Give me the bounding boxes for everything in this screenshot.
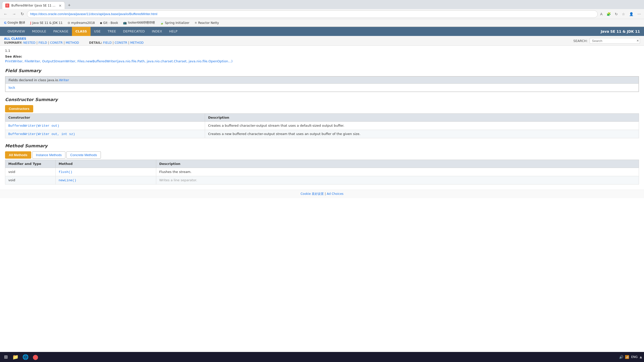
see-also-label: See Also: — [5, 55, 639, 58]
see-also-outputstreamwriter[interactable]: OutputStreamWriter — [42, 59, 75, 63]
see-also-printwriter[interactable]: PrintWriter — [5, 59, 23, 63]
nav-help[interactable]: HELP — [166, 27, 181, 36]
writer-link[interactable]: Writer — [59, 78, 69, 82]
method-row-newline-description: Writes a line separator. — [156, 176, 639, 185]
volume-icon[interactable]: 🔊 — [619, 355, 623, 356]
method-desc-col-header: Description — [156, 160, 639, 168]
method-row-flush: void flush() Flushes the stream. — [5, 168, 639, 176]
method-summary-heading: Method Summary — [5, 143, 639, 148]
more-options-icon[interactable]: ⋯ — [636, 11, 642, 17]
detail-method[interactable]: METHOD — [130, 41, 144, 44]
browser-icons: A 🧩 ↻ ☆ 👤 ⋯ — [599, 11, 642, 17]
all-methods-tab[interactable]: All Methods — [5, 151, 31, 159]
network-icon[interactable]: 📶 — [625, 355, 629, 356]
summary-constr[interactable]: CONSTR — [50, 41, 63, 44]
constructor-table-header: Constructor Description — [5, 114, 639, 122]
active-tab[interactable]: E BufferedWriter (Java SE 11 & JD... × — [2, 2, 65, 9]
favorites-icon[interactable]: ☆ — [621, 11, 626, 17]
main-content: 1.1 See Also: PrintWriter, FileWriter, O… — [0, 46, 644, 190]
taskbar-notification[interactable]: ▲ — [640, 355, 642, 356]
concrete-methods-tab[interactable]: Concrete Methods — [66, 151, 101, 159]
see-also-links: PrintWriter, FileWriter, OutputStreamWri… — [5, 59, 639, 63]
profile-icon[interactable]: 👤 — [628, 11, 634, 17]
instance-methods-tab[interactable]: Instance Methods — [32, 151, 66, 159]
detail-field[interactable]: FIELD — [103, 41, 112, 44]
newline-method-link[interactable]: newLine() — [59, 178, 76, 182]
bookmark-looker666[interactable]: 📺 looker666哔哩哔哩 — [121, 20, 157, 25]
content-area: 1.1 See Also: PrintWriter, FileWriter, O… — [0, 46, 644, 356]
java-nav-left: OVERVIEW MODULE PACKAGE CLASS USE TREE D… — [4, 27, 181, 36]
nav-deprecated[interactable]: DEPRECATED — [119, 27, 148, 36]
new-tab-button[interactable]: + — [66, 2, 72, 9]
see-also-section: See Also: PrintWriter, FileWriter, Outpu… — [5, 55, 639, 63]
cookie-preferences-link[interactable]: Cookie 喜好设置 — [301, 192, 324, 196]
tab-favicon: E — [5, 4, 9, 8]
nav-index[interactable]: INDEX — [148, 27, 166, 36]
bookmark-google-translate[interactable]: G Google 翻译 — [2, 20, 27, 25]
method-row-flush-modifier: void — [5, 168, 56, 176]
constructor-1-link[interactable]: BufferedWriter(Writer out) — [8, 124, 59, 128]
constructor-table: Constructor Description BufferedWriter(W… — [5, 113, 639, 138]
fields-value: lock — [5, 84, 639, 92]
fields-declared-header: Fields declared in class java.io.Writer — [5, 76, 639, 84]
translate-icon[interactable]: A — [599, 11, 603, 17]
constructor-2-link[interactable]: BufferedWriter(Writer out, int sz) — [8, 132, 75, 136]
lock-field-link[interactable]: lock — [9, 86, 15, 89]
constructors-tab-button[interactable]: Constructors — [5, 105, 33, 112]
forward-button[interactable]: → — [11, 11, 18, 17]
flush-method-link[interactable]: flush() — [59, 170, 72, 174]
constructor-row-2-description: Creates a new buffered character-output … — [205, 130, 639, 138]
close-tab-button[interactable]: × — [59, 4, 62, 8]
method-col-header: Method — [56, 160, 156, 168]
taskbar-right: 🔊 📶 ENG ▲ — [619, 355, 642, 356]
bookmark-spring-initializer[interactable]: 🍃 Spring Initializer — [158, 21, 191, 25]
detail-constr[interactable]: CONSTR — [115, 41, 127, 44]
search-clear-icon[interactable]: ✕ — [636, 39, 639, 42]
start-button[interactable]: ⊞ — [2, 353, 10, 356]
method-tab-buttons: All Methods Instance Methods Concrete Me… — [5, 151, 639, 159]
back-button[interactable]: ← — [2, 11, 9, 17]
constructor-row-2: BufferedWriter(Writer out, int sz) Creat… — [5, 130, 639, 138]
see-also-files-newbufferedwriter[interactable]: Files.newBufferedWriter(java.nio.file.Pa… — [77, 59, 233, 63]
bookmarks-bar: G Google 翻译 J Java SE 11 & JDK 11 ⊙ mydr… — [0, 19, 644, 27]
extensions-icon[interactable]: 🧩 — [606, 11, 612, 17]
summary-method[interactable]: METHOD — [66, 41, 79, 44]
method-row-flush-method: flush() — [56, 168, 156, 176]
field-summary-section: Fields declared in class java.io.Writer … — [5, 76, 639, 92]
java-nav-right-title: Java SE 11 & JDK 11 — [601, 29, 640, 33]
bookmark-mydreams2018[interactable]: ⊙ mydreams2018 — [66, 21, 97, 25]
search-input[interactable] — [590, 38, 640, 44]
address-bar[interactable] — [27, 10, 598, 18]
constructor-row-1-description: Creates a buffered character-output stre… — [205, 122, 639, 130]
all-classes-link[interactable]: ALL CLASSES — [4, 37, 26, 40]
nav-overview[interactable]: OVERVIEW — [4, 27, 28, 36]
version-line: 1.1 — [5, 49, 639, 53]
search-label: SEARCH: — [573, 39, 588, 43]
bookmark-git-book[interactable]: ◆ Git - Book — [98, 21, 120, 25]
nav-use[interactable]: USE — [91, 27, 104, 36]
taskbar-explorer[interactable]: 📁 — [11, 352, 20, 356]
constructor-row-1: BufferedWriter(Writer out) Creates a buf… — [5, 122, 639, 130]
refresh-button[interactable]: ↻ — [19, 11, 25, 17]
footer: Cookie 喜好设置 | Ad Choices — [0, 190, 644, 198]
bookmark-java-se-11[interactable]: J Java SE 11 & JDK 11 — [28, 21, 65, 25]
constructor-summary-heading: Constructor Summary — [5, 97, 639, 102]
refresh-page-icon[interactable]: ↻ — [614, 11, 619, 17]
nav-module[interactable]: MODULE — [28, 27, 50, 36]
nav-class[interactable]: CLASS — [72, 27, 91, 36]
method-row-newline: void newLine() Writes a line separator. — [5, 176, 639, 185]
taskbar-intellij[interactable]: ⬤ — [31, 352, 40, 356]
summary-field[interactable]: FIELD — [38, 41, 47, 44]
url-input[interactable] — [30, 12, 594, 16]
tab-title: BufferedWriter (Java SE 11 & JD... — [11, 4, 57, 7]
taskbar: ⊞ 📁 🌐 ⬤ 🔊 📶 ENG ▲ — [0, 352, 644, 356]
taskbar-edge[interactable]: 🌐 — [21, 352, 30, 356]
taskbar-language[interactable]: ENG — [631, 355, 638, 356]
summary-nested[interactable]: NESTED — [23, 41, 35, 44]
nav-package[interactable]: PACKAGE — [50, 27, 72, 36]
ad-choices-link[interactable]: Ad Choices — [327, 192, 343, 196]
nav-tree[interactable]: TREE — [104, 27, 119, 36]
method-row-flush-description: Flushes the stream. — [156, 168, 639, 176]
see-also-filewriter[interactable]: FileWriter — [25, 59, 40, 63]
bookmark-reactor-netty[interactable]: ⚛ Reactor Netty — [192, 21, 221, 25]
